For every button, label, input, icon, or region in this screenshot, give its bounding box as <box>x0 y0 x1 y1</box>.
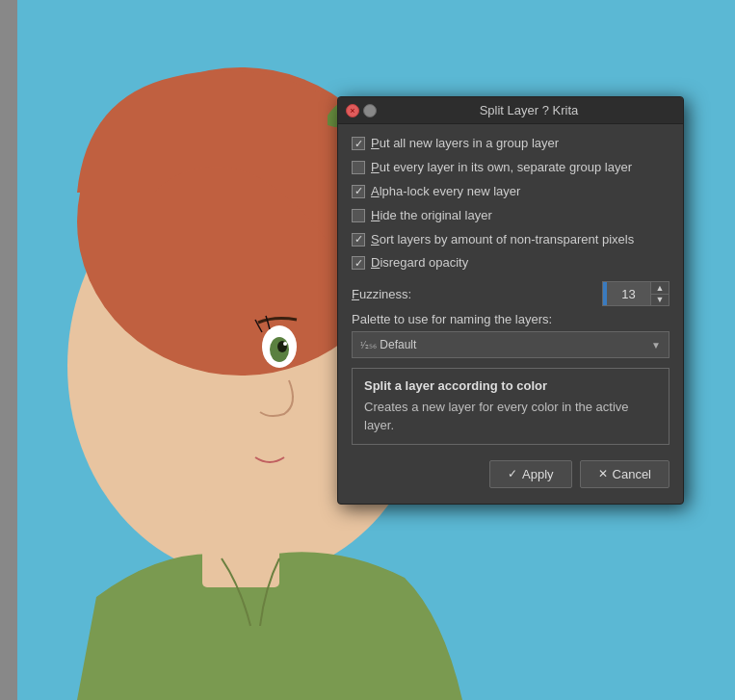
spinbox-down-arrow[interactable]: ▼ <box>651 294 669 306</box>
checkbox-sort-layers[interactable]: Sort layers by amount of non-transparent… <box>352 232 669 248</box>
checkbox-label-2: Put every layer in its own, separate gro… <box>371 160 632 176</box>
palette-dropdown[interactable]: ¹⁄₂₅₆ Default ▼ <box>352 331 669 358</box>
apply-button[interactable]: ✓ Apply <box>489 460 572 488</box>
dialog-title-bar: × Split Layer ? Krita <box>338 97 683 124</box>
split-layer-dialog: × Split Layer ? Krita Put all new layers… <box>337 96 684 505</box>
dialog-title: Split Layer ? Krita <box>382 103 675 117</box>
dialog-content: Put all new layers in a group layer Put … <box>338 124 683 504</box>
checkbox-label-5: Sort layers by amount of non-transparent… <box>371 232 634 248</box>
apply-label: Apply <box>522 467 554 481</box>
checkbox-indicator-5 <box>352 233 365 246</box>
palette-dropdown-text: ¹⁄₂₅₆ Default <box>360 338 647 351</box>
checkbox-indicator-3 <box>352 185 365 198</box>
fuzziness-input[interactable]: 13 <box>607 287 650 301</box>
minimize-button[interactable] <box>363 104 377 117</box>
info-box: Split a layer according to color Creates… <box>352 368 669 444</box>
checkbox-put-every-layer[interactable]: Put every layer in its own, separate gro… <box>352 160 669 176</box>
close-button[interactable]: × <box>346 104 359 117</box>
svg-point-8 <box>283 342 287 346</box>
cancel-button[interactable]: ✕ Cancel <box>580 460 669 488</box>
checkbox-label-4: Hide the original layer <box>371 208 492 224</box>
checkbox-indicator-4 <box>352 209 365 222</box>
checkbox-hide-original[interactable]: Hide the original layer <box>352 208 669 224</box>
checkbox-label-6: Disregard opacity <box>371 255 468 272</box>
checkbox-put-all-new-layers[interactable]: Put all new layers in a group layer <box>352 136 669 152</box>
info-box-title: Split a layer according to color <box>364 378 657 393</box>
cross-icon: ✕ <box>598 467 608 480</box>
title-bar-buttons: × <box>346 104 377 117</box>
palette-label: Palette to use for naming the layers: <box>352 312 669 326</box>
checkbox-label-3: Alpha-lock every new layer <box>371 184 520 200</box>
checkbox-label-1: Put all new layers in a group layer <box>371 136 559 152</box>
info-box-text: Creates a new layer for every color in t… <box>364 399 657 433</box>
checkbox-alpha-lock[interactable]: Alpha-lock every new layer <box>352 184 669 200</box>
fuzziness-spinbox[interactable]: 13 ▲ ▼ <box>602 281 669 306</box>
palette-prefix: ¹⁄₂₅₆ <box>360 340 377 350</box>
chevron-down-icon: ▼ <box>651 340 661 350</box>
spinbox-arrows: ▲ ▼ <box>650 282 669 305</box>
fuzziness-row: Fuzziness: 13 ▲ ▼ <box>352 281 669 306</box>
checkbox-indicator-2 <box>352 161 365 174</box>
checkbox-indicator-1 <box>352 137 365 150</box>
svg-rect-4 <box>202 510 279 587</box>
buttons-row: ✓ Apply ✕ Cancel <box>352 456 669 492</box>
svg-rect-1 <box>0 0 17 700</box>
spinbox-up-arrow[interactable]: ▲ <box>651 282 669 294</box>
checkbox-indicator-6 <box>352 256 365 270</box>
fuzziness-label: Fuzziness: <box>352 287 594 301</box>
cancel-label: Cancel <box>613 467 651 481</box>
checkbox-disregard-opacity[interactable]: Disregard opacity <box>352 255 669 272</box>
checkmark-icon: ✓ <box>508 467 517 480</box>
